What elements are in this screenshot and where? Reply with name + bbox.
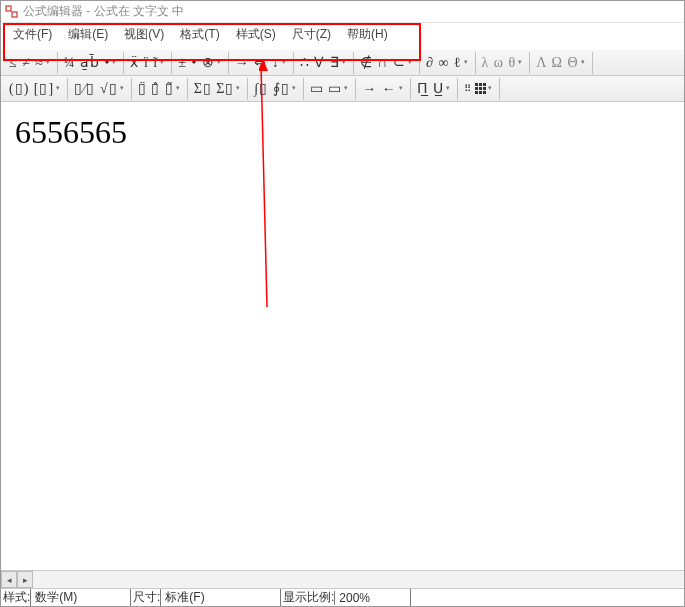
symbols-accents[interactable]: ẍ ï ĩ bbox=[124, 52, 172, 74]
menu-edit[interactable]: 编辑(E) bbox=[60, 24, 116, 45]
symbols-greek-lower[interactable]: λ ω θ bbox=[476, 52, 531, 74]
templates-labeled-arrow[interactable]: → ← bbox=[356, 78, 411, 100]
symbols-logic[interactable]: ∴ ∀ ∃ bbox=[294, 52, 354, 74]
matrix-icon bbox=[475, 83, 486, 94]
menu-size[interactable]: 尺寸(Z) bbox=[284, 24, 339, 45]
symbols-fractions[interactable]: ¼ a̱b̄ • bbox=[58, 52, 124, 74]
templates-sub-sup[interactable]: ▯̈ ▯̂ ▯̃ bbox=[132, 78, 188, 100]
status-bar: 样式: 数学(M) 尺寸: 标准(F) 显示比例: 200% bbox=[1, 588, 684, 606]
symbols-arrows[interactable]: → ⇔ ↓ bbox=[229, 52, 294, 74]
matrix-icon-slots: ⠿ bbox=[464, 83, 470, 94]
menu-view[interactable]: 视图(V) bbox=[116, 24, 172, 45]
title-bar: 公式编辑器 - 公式在 文字文 中 bbox=[1, 1, 684, 23]
status-style-value[interactable]: 数学(M) bbox=[30, 589, 128, 606]
menu-format[interactable]: 格式(T) bbox=[172, 24, 227, 45]
svg-rect-1 bbox=[12, 12, 17, 17]
scroll-track[interactable] bbox=[33, 571, 684, 588]
window-title: 公式编辑器 - 公式在 文字文 中 bbox=[23, 3, 184, 20]
templates-matrix[interactable]: ⠿ bbox=[458, 78, 500, 100]
formula-content: 6556565 bbox=[15, 114, 127, 150]
app-icon bbox=[5, 5, 19, 19]
symbols-misc[interactable]: ∂ ∞ ℓ bbox=[420, 52, 476, 74]
templates-sum[interactable]: Σ▯ Σ▯ bbox=[188, 78, 249, 100]
status-size-value[interactable]: 标准(F) bbox=[160, 589, 278, 606]
scroll-right-button[interactable]: ▸ bbox=[17, 571, 33, 588]
status-zoom-value[interactable]: 200% bbox=[334, 591, 408, 605]
status-zoom-label: 显示比例: bbox=[283, 589, 334, 606]
templates-integral[interactable]: ∫▯ ∮▯ bbox=[248, 78, 303, 100]
svg-rect-0 bbox=[6, 6, 11, 11]
menu-file[interactable]: 文件(F) bbox=[5, 24, 60, 45]
symbols-relations[interactable]: ≤ ≠ ≈ bbox=[3, 52, 58, 74]
templates-brackets[interactable]: (▯) [▯] bbox=[3, 78, 68, 100]
symbols-greek-upper[interactable]: Λ Ω Θ bbox=[530, 52, 592, 74]
templates-product[interactable]: Π̲ U̲ bbox=[411, 78, 459, 100]
templates-overbar[interactable]: ▭ ▭ bbox=[304, 78, 357, 100]
status-style-label: 样式: bbox=[3, 589, 30, 606]
horizontal-scrollbar[interactable]: ◂ ▸ bbox=[1, 570, 684, 588]
menu-bar: 文件(F) 编辑(E) 视图(V) 格式(T) 样式(S) 尺寸(Z) 帮助(H… bbox=[1, 23, 684, 45]
scroll-left-button[interactable]: ◂ bbox=[1, 571, 17, 588]
formula-editor[interactable]: 6556565 bbox=[1, 102, 684, 566]
symbols-operators[interactable]: ± • ⊗ bbox=[172, 52, 229, 74]
symbol-toolbar: ≤ ≠ ≈ ¼ a̱b̄ • ẍ ï ĩ ± • ⊗ → ⇔ ↓ ∴ ∀ ∃ ∉… bbox=[1, 50, 684, 76]
toolbar-remainder bbox=[519, 76, 684, 102]
symbols-set[interactable]: ∉ ∩ ⊂ bbox=[354, 52, 420, 74]
menu-style[interactable]: 样式(S) bbox=[228, 24, 284, 45]
status-size-label: 尺寸: bbox=[133, 589, 160, 606]
templates-fraction-root[interactable]: ▯⁄▯ √▯ bbox=[68, 78, 132, 100]
menu-help[interactable]: 帮助(H) bbox=[339, 24, 396, 45]
